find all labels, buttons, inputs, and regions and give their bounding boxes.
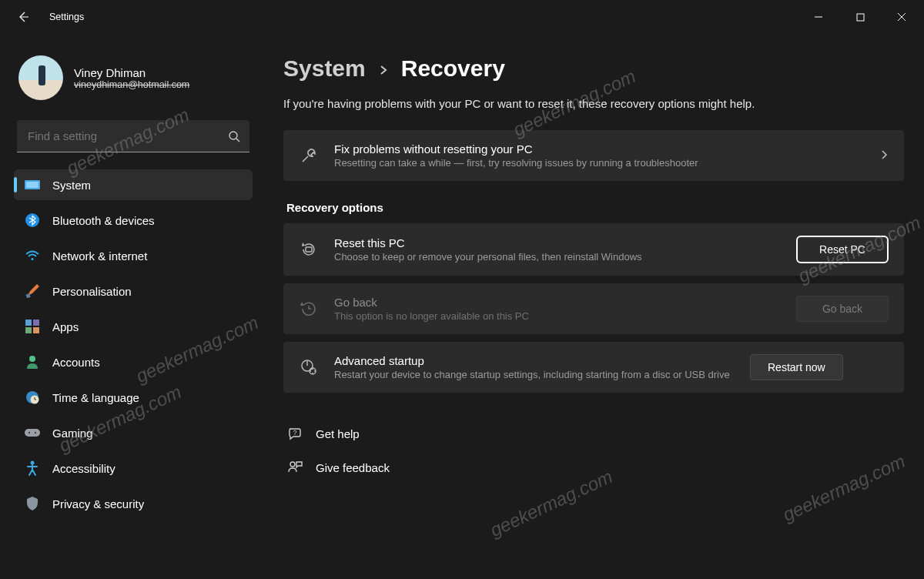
reset-pc-card: Reset this PC Choose to keep or remove y… [283,223,904,276]
apps-icon [25,319,40,334]
profile-block[interactable]: Viney Dhiman vineydhiman@hotmail.com [12,34,254,114]
sidebar-item-label: System [52,179,91,192]
svg-rect-7 [25,320,32,326]
search-container [17,120,249,152]
clock-globe-icon [25,390,40,405]
avatar [18,55,63,100]
minimize-button[interactable] [801,5,836,29]
paintbrush-icon [25,283,40,299]
sidebar-item-label: Network & internet [52,249,147,263]
person-icon [25,354,40,370]
svg-point-5 [31,258,33,260]
sidebar-item-personalisation[interactable]: Personalisation [14,276,253,306]
sidebar-item-network[interactable]: Network & internet [14,240,253,271]
search-icon[interactable] [228,130,240,142]
svg-point-1 [229,132,237,139]
sidebar-item-time[interactable]: Time & language [14,382,253,413]
svg-rect-0 [857,14,864,21]
sidebar-item-label: Accessibility [52,462,116,475]
get-help-link[interactable]: ? Get help [283,419,904,448]
help-icon: ? [286,425,303,442]
reset-icon [299,239,319,259]
shield-icon [25,496,40,511]
svg-point-22 [290,462,295,467]
wrench-icon [299,146,319,166]
sidebar-item-apps[interactable]: Apps [14,311,253,342]
wifi-icon [25,248,40,263]
search-input[interactable] [17,120,249,152]
svg-rect-10 [33,327,39,333]
advanced-desc: Restart your device to change startup se… [334,369,735,380]
section-heading-recovery: Recovery options [286,201,904,214]
give-feedback-label: Give feedback [316,461,390,474]
svg-point-11 [29,356,35,362]
back-button[interactable] [9,3,37,31]
sidebar-item-system[interactable]: System [14,169,253,200]
sidebar-item-label: Personalisation [52,285,132,298]
gamepad-icon [25,425,40,440]
chevron-right-icon [879,149,889,162]
svg-point-15 [28,432,30,433]
power-gear-icon [299,357,319,377]
history-icon [299,299,319,319]
svg-rect-14 [25,429,40,437]
maximize-button[interactable] [842,5,878,29]
breadcrumb: System Recovery [283,55,904,82]
minimize-icon [814,12,823,22]
system-icon [25,177,40,192]
svg-point-17 [31,461,35,465]
goback-desc: This option is no longer available on th… [334,310,781,322]
sidebar-item-label: Gaming [52,427,93,440]
advanced-title: Advanced startup [334,354,735,367]
svg-rect-3 [26,182,38,188]
chevron-right-icon [378,65,389,78]
profile-name: Viney Dhiman [74,66,189,79]
sidebar: Viney Dhiman vineydhiman@hotmail.com [0,34,262,579]
settings-window: Settings Viney Dhiman vineydhiman@hotmai… [0,0,924,579]
sidebar-item-label: Bluetooth & devices [52,214,155,227]
bluetooth-icon [25,213,40,228]
get-help-label: Get help [316,427,360,440]
goback-title: Go back [334,296,781,309]
titlebar: Settings [0,0,924,34]
reset-desc: Choose to keep or remove your personal f… [334,251,781,263]
main-content: System Recovery If you're having problem… [262,34,924,579]
svg-rect-8 [33,320,39,326]
sidebar-item-label: Accounts [52,356,100,369]
accessibility-icon [25,460,40,476]
sidebar-item-bluetooth[interactable]: Bluetooth & devices [14,205,253,236]
svg-text:?: ? [293,429,296,437]
back-arrow-icon [17,11,29,23]
sidebar-item-label: Apps [52,320,79,333]
svg-point-16 [35,432,36,433]
window-title: Settings [49,12,84,22]
give-feedback-link[interactable]: Give feedback [283,453,904,482]
restart-now-button[interactable]: Restart now [750,354,843,380]
breadcrumb-parent[interactable]: System [283,55,366,82]
sidebar-item-privacy[interactable]: Privacy & security [14,488,253,519]
troubleshoot-desc: Resetting can take a while — first, try … [334,157,864,169]
reset-pc-button[interactable]: Reset PC [796,236,889,263]
maximize-icon [856,13,865,22]
troubleshoot-title: Fix problems without resetting your PC [334,142,864,156]
go-back-card: Go back This option is no longer availab… [283,283,904,334]
svg-rect-18 [306,247,312,252]
nav-list: System Bluetooth & devices Network & int… [12,168,254,520]
close-button[interactable] [884,5,919,29]
svg-rect-9 [25,327,32,333]
profile-email: vineydhiman@hotmail.com [74,79,189,90]
page-title: Recovery [401,55,505,82]
close-icon [897,12,906,22]
reset-title: Reset this PC [334,236,781,249]
sidebar-item-label: Privacy & security [52,497,144,510]
sidebar-item-accessibility[interactable]: Accessibility [14,453,253,484]
advanced-startup-card: Advanced startup Restart your device to … [283,342,904,393]
page-description: If you're having problems with your PC o… [283,97,904,110]
sidebar-item-label: Time & language [52,391,139,404]
troubleshoot-card[interactable]: Fix problems without resetting your PC R… [283,130,904,181]
sidebar-item-accounts[interactable]: Accounts [14,346,253,377]
feedback-icon [286,459,303,476]
sidebar-item-gaming[interactable]: Gaming [14,417,253,448]
go-back-button: Go back [796,296,889,322]
